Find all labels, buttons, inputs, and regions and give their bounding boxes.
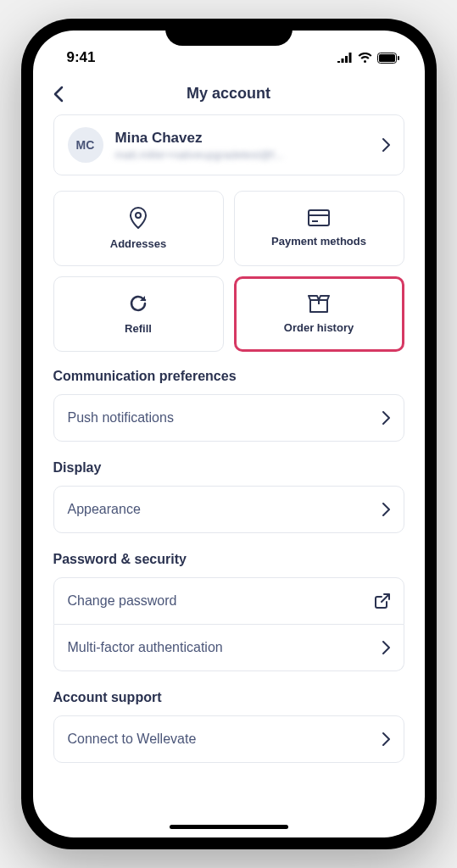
- external-link-icon: [375, 593, 390, 609]
- home-indicator[interactable]: [170, 825, 288, 829]
- tile-label: Payment methods: [271, 235, 366, 248]
- chevron-right-icon: [382, 411, 390, 425]
- signal-icon: [337, 53, 353, 63]
- section-title-display: Display: [53, 460, 404, 476]
- tile-refill[interactable]: Refill: [53, 276, 224, 352]
- list-item-mfa[interactable]: Multi-factor authentication: [53, 625, 404, 671]
- chevron-right-icon: [382, 641, 390, 654]
- tile-label: Order history: [284, 321, 354, 334]
- credit-card-icon: [308, 209, 330, 226]
- tile-grid: Addresses Payment methods Refill: [53, 191, 404, 352]
- back-button[interactable]: [53, 86, 64, 103]
- page-title: My account: [187, 85, 270, 103]
- tile-addresses[interactable]: Addresses: [53, 191, 224, 266]
- svg-point-3: [136, 213, 141, 218]
- tile-label: Addresses: [110, 237, 166, 250]
- section-title-communication: Communication preferences: [53, 369, 404, 384]
- profile-name: Mina Chavez: [115, 130, 371, 147]
- svg-rect-4: [309, 210, 329, 225]
- svg-rect-1: [379, 54, 395, 62]
- list-item-label: Connect to Wellevate: [68, 732, 197, 747]
- location-pin-icon: [129, 207, 148, 229]
- list-item-connect-wellevate[interactable]: Connect to Wellevate: [53, 715, 404, 763]
- list-item-label: Change password: [68, 593, 177, 609]
- list-item-change-password[interactable]: Change password: [53, 577, 404, 625]
- tile-payment-methods[interactable]: Payment methods: [234, 191, 404, 266]
- wifi-icon: [358, 53, 372, 63]
- chevron-right-icon: [382, 732, 390, 746]
- list-item-label: Appearance: [68, 502, 141, 517]
- list-item-label: Multi-factor authentication: [68, 640, 223, 655]
- svg-rect-2: [398, 56, 399, 60]
- tile-order-history[interactable]: Order history: [234, 276, 404, 352]
- phone-notch: [165, 19, 293, 46]
- profile-card[interactable]: MC Mina Chavez matt.miller+nativeupgrade…: [53, 114, 404, 175]
- section-title-support: Account support: [53, 690, 404, 705]
- avatar: MC: [68, 127, 103, 163]
- tile-label: Refill: [125, 322, 152, 335]
- chevron-right-icon: [382, 503, 390, 516]
- profile-info: Mina Chavez matt.miller+nativeupgradetes…: [115, 130, 371, 161]
- profile-email: matt.miller+nativeupgradetest@f...: [115, 148, 371, 161]
- box-icon: [308, 294, 330, 313]
- refresh-icon: [128, 293, 148, 314]
- phone-frame: 9:41 My account MC: [21, 19, 437, 849]
- list-item-label: Push notifications: [68, 410, 174, 426]
- status-indicators: [337, 53, 399, 64]
- list-item-push-notifications[interactable]: Push notifications: [53, 394, 404, 442]
- status-time: 9:41: [67, 49, 96, 66]
- content-area[interactable]: MC Mina Chavez matt.miller+nativeupgrade…: [33, 114, 425, 837]
- battery-icon: [377, 53, 399, 64]
- phone-screen: 9:41 My account MC: [33, 31, 425, 837]
- chevron-right-icon: [382, 138, 390, 152]
- page-header: My account: [33, 73, 425, 114]
- section-title-security: Password & security: [53, 552, 404, 567]
- list-item-appearance[interactable]: Appearance: [53, 486, 404, 533]
